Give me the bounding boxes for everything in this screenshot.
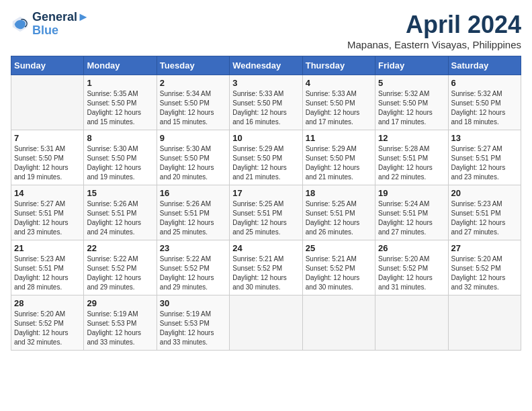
day-number: 22 xyxy=(87,243,153,253)
day-number: 20 xyxy=(451,188,518,198)
calendar-cell: 16Sunrise: 5:26 AMSunset: 5:51 PMDayligh… xyxy=(157,185,229,240)
day-info: Sunrise: 5:20 AMSunset: 5:52 PMDaylight:… xyxy=(378,255,445,292)
calendar-cell: 6Sunrise: 5:32 AMSunset: 5:50 PMDaylight… xyxy=(448,75,521,130)
month-title: April 2024 xyxy=(347,11,521,39)
day-info: Sunrise: 5:22 AMSunset: 5:52 PMDaylight:… xyxy=(160,255,226,292)
day-info: Sunrise: 5:21 AMSunset: 5:52 PMDaylight:… xyxy=(232,255,299,292)
day-info: Sunrise: 5:26 AMSunset: 5:51 PMDaylight:… xyxy=(160,199,226,237)
day-info: Sunrise: 5:33 AMSunset: 5:50 PMDaylight:… xyxy=(232,89,299,127)
weekday-header: Wednesday xyxy=(230,56,302,75)
weekday-header: Thursday xyxy=(302,56,375,75)
calendar-cell: 29Sunrise: 5:19 AMSunset: 5:53 PMDayligh… xyxy=(84,295,157,351)
day-info: Sunrise: 5:31 AMSunset: 5:50 PMDaylight:… xyxy=(14,144,81,182)
day-number: 3 xyxy=(232,78,299,88)
day-number: 7 xyxy=(14,133,81,143)
calendar-cell: 20Sunrise: 5:23 AMSunset: 5:51 PMDayligh… xyxy=(448,185,521,240)
day-number: 2 xyxy=(160,78,226,88)
calendar-cell: 27Sunrise: 5:20 AMSunset: 5:52 PMDayligh… xyxy=(448,240,521,295)
calendar-week-row: 1Sunrise: 5:35 AMSunset: 5:50 PMDaylight… xyxy=(11,75,521,130)
page-header: General► Blue April 2024 Mapanas, Easter… xyxy=(11,11,521,50)
day-info: Sunrise: 5:35 AMSunset: 5:50 PMDaylight:… xyxy=(87,89,153,127)
day-number: 25 xyxy=(306,243,372,253)
weekday-header: Saturday xyxy=(448,56,521,75)
day-number: 21 xyxy=(14,243,81,253)
calendar-cell: 18Sunrise: 5:25 AMSunset: 5:51 PMDayligh… xyxy=(302,185,375,240)
day-number: 27 xyxy=(451,243,518,253)
weekday-header: Friday xyxy=(375,56,448,75)
calendar-cell: 17Sunrise: 5:25 AMSunset: 5:51 PMDayligh… xyxy=(230,185,302,240)
day-number: 26 xyxy=(378,243,445,253)
calendar-cell: 5Sunrise: 5:32 AMSunset: 5:50 PMDaylight… xyxy=(375,75,448,130)
day-info: Sunrise: 5:22 AMSunset: 5:52 PMDaylight:… xyxy=(87,255,153,292)
weekday-header: Sunday xyxy=(11,56,84,75)
day-number: 11 xyxy=(306,133,372,143)
day-info: Sunrise: 5:30 AMSunset: 5:50 PMDaylight:… xyxy=(87,144,153,182)
calendar-cell: 24Sunrise: 5:21 AMSunset: 5:52 PMDayligh… xyxy=(230,240,302,295)
day-info: Sunrise: 5:32 AMSunset: 5:50 PMDaylight:… xyxy=(378,89,445,127)
day-number: 19 xyxy=(378,188,445,198)
day-number: 30 xyxy=(160,298,226,308)
calendar-cell: 21Sunrise: 5:23 AMSunset: 5:51 PMDayligh… xyxy=(11,240,84,295)
calendar-cell xyxy=(11,75,84,130)
calendar-cell: 13Sunrise: 5:27 AMSunset: 5:51 PMDayligh… xyxy=(448,130,521,185)
day-number: 18 xyxy=(306,188,372,198)
calendar-cell: 1Sunrise: 5:35 AMSunset: 5:50 PMDaylight… xyxy=(84,75,157,130)
calendar-cell xyxy=(302,295,375,351)
day-info: Sunrise: 5:23 AMSunset: 5:51 PMDaylight:… xyxy=(14,255,81,292)
day-info: Sunrise: 5:20 AMSunset: 5:52 PMDaylight:… xyxy=(451,255,518,292)
calendar-week-row: 14Sunrise: 5:27 AMSunset: 5:51 PMDayligh… xyxy=(11,185,521,240)
calendar-cell xyxy=(448,295,521,351)
day-number: 15 xyxy=(87,188,153,198)
calendar-cell xyxy=(230,295,302,351)
day-info: Sunrise: 5:29 AMSunset: 5:50 PMDaylight:… xyxy=(306,144,372,182)
day-number: 4 xyxy=(306,78,372,88)
day-number: 16 xyxy=(160,188,226,198)
day-info: Sunrise: 5:19 AMSunset: 5:53 PMDaylight:… xyxy=(160,310,226,347)
calendar-week-row: 28Sunrise: 5:20 AMSunset: 5:52 PMDayligh… xyxy=(11,295,521,351)
calendar-cell: 22Sunrise: 5:22 AMSunset: 5:52 PMDayligh… xyxy=(84,240,157,295)
calendar-cell xyxy=(375,295,448,351)
calendar-cell: 3Sunrise: 5:33 AMSunset: 5:50 PMDaylight… xyxy=(230,75,302,130)
day-number: 6 xyxy=(451,78,518,88)
day-info: Sunrise: 5:33 AMSunset: 5:50 PMDaylight:… xyxy=(306,89,372,127)
day-number: 9 xyxy=(160,133,226,143)
calendar-cell: 14Sunrise: 5:27 AMSunset: 5:51 PMDayligh… xyxy=(11,185,84,240)
day-info: Sunrise: 5:25 AMSunset: 5:51 PMDaylight:… xyxy=(306,199,372,237)
day-number: 14 xyxy=(14,188,81,198)
calendar-cell: 23Sunrise: 5:22 AMSunset: 5:52 PMDayligh… xyxy=(157,240,229,295)
day-number: 24 xyxy=(232,243,299,253)
logo-text: General► Blue xyxy=(32,11,89,38)
weekday-header-row: SundayMondayTuesdayWednesdayThursdayFrid… xyxy=(11,56,521,75)
calendar-table: SundayMondayTuesdayWednesdayThursdayFrid… xyxy=(11,56,521,351)
day-number: 8 xyxy=(87,133,153,143)
day-info: Sunrise: 5:30 AMSunset: 5:50 PMDaylight:… xyxy=(160,144,226,182)
day-info: Sunrise: 5:19 AMSunset: 5:53 PMDaylight:… xyxy=(87,310,153,347)
day-number: 10 xyxy=(232,133,299,143)
calendar-cell: 19Sunrise: 5:24 AMSunset: 5:51 PMDayligh… xyxy=(375,185,448,240)
calendar-cell: 9Sunrise: 5:30 AMSunset: 5:50 PMDaylight… xyxy=(157,130,229,185)
day-info: Sunrise: 5:32 AMSunset: 5:50 PMDaylight:… xyxy=(451,89,518,127)
day-info: Sunrise: 5:24 AMSunset: 5:51 PMDaylight:… xyxy=(378,199,445,237)
calendar-cell: 15Sunrise: 5:26 AMSunset: 5:51 PMDayligh… xyxy=(84,185,157,240)
calendar-cell: 2Sunrise: 5:34 AMSunset: 5:50 PMDaylight… xyxy=(157,75,229,130)
calendar-cell: 30Sunrise: 5:19 AMSunset: 5:53 PMDayligh… xyxy=(157,295,229,351)
logo: General► Blue xyxy=(11,11,89,38)
calendar-cell: 25Sunrise: 5:21 AMSunset: 5:52 PMDayligh… xyxy=(302,240,375,295)
calendar-week-row: 7Sunrise: 5:31 AMSunset: 5:50 PMDaylight… xyxy=(11,130,521,185)
day-info: Sunrise: 5:34 AMSunset: 5:50 PMDaylight:… xyxy=(160,89,226,127)
calendar-cell: 12Sunrise: 5:28 AMSunset: 5:51 PMDayligh… xyxy=(375,130,448,185)
day-info: Sunrise: 5:27 AMSunset: 5:51 PMDaylight:… xyxy=(14,199,81,237)
title-block: April 2024 Mapanas, Eastern Visayas, Phi… xyxy=(347,11,521,50)
day-info: Sunrise: 5:27 AMSunset: 5:51 PMDaylight:… xyxy=(451,144,518,182)
calendar-cell: 7Sunrise: 5:31 AMSunset: 5:50 PMDaylight… xyxy=(11,130,84,185)
calendar-cell: 8Sunrise: 5:30 AMSunset: 5:50 PMDaylight… xyxy=(84,130,157,185)
calendar-cell: 10Sunrise: 5:29 AMSunset: 5:50 PMDayligh… xyxy=(230,130,302,185)
day-info: Sunrise: 5:28 AMSunset: 5:51 PMDaylight:… xyxy=(378,144,445,182)
calendar-cell: 4Sunrise: 5:33 AMSunset: 5:50 PMDaylight… xyxy=(302,75,375,130)
day-info: Sunrise: 5:21 AMSunset: 5:52 PMDaylight:… xyxy=(306,255,372,292)
calendar-cell: 26Sunrise: 5:20 AMSunset: 5:52 PMDayligh… xyxy=(375,240,448,295)
location-title: Mapanas, Eastern Visayas, Philippines xyxy=(347,39,521,50)
day-number: 13 xyxy=(451,133,518,143)
day-info: Sunrise: 5:20 AMSunset: 5:52 PMDaylight:… xyxy=(14,310,81,347)
calendar-week-row: 21Sunrise: 5:23 AMSunset: 5:51 PMDayligh… xyxy=(11,240,521,295)
